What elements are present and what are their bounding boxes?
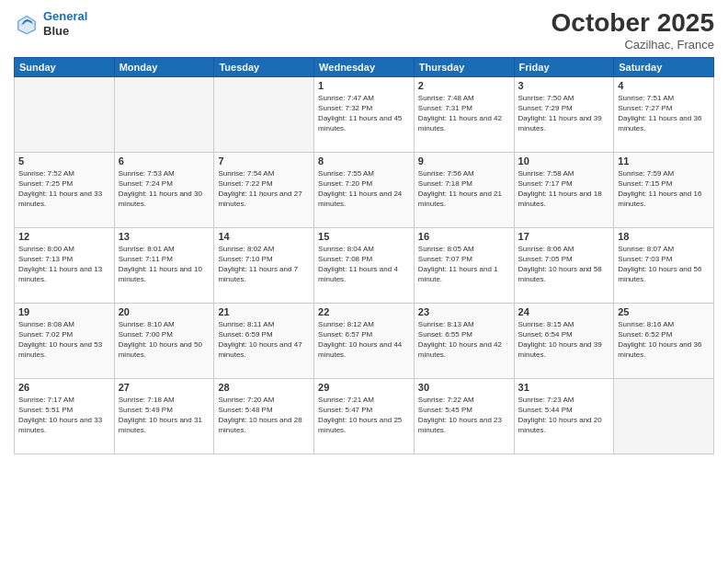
day-number: 31 — [518, 382, 610, 393]
calendar-cell: 22Sunrise: 8:12 AM Sunset: 6:57 PM Dayli… — [314, 303, 415, 378]
day-header-thursday: Thursday — [414, 57, 514, 76]
day-info: Sunrise: 7:52 AM Sunset: 7:25 PM Dayligh… — [18, 168, 110, 210]
day-info: Sunrise: 8:15 AM Sunset: 6:54 PM Dayligh… — [518, 319, 610, 361]
day-info: Sunrise: 8:08 AM Sunset: 7:02 PM Dayligh… — [18, 319, 110, 361]
calendar-cell: 13Sunrise: 8:01 AM Sunset: 7:11 PM Dayli… — [114, 227, 214, 303]
day-info: Sunrise: 8:06 AM Sunset: 7:05 PM Dayligh… — [518, 244, 610, 285]
day-number: 17 — [518, 231, 610, 242]
day-number: 14 — [218, 231, 310, 242]
day-number: 25 — [618, 306, 710, 317]
day-info: Sunrise: 8:00 AM Sunset: 7:13 PM Dayligh… — [18, 244, 110, 285]
calendar-header-row: SundayMondayTuesdayWednesdayThursdayFrid… — [15, 57, 714, 76]
day-number: 8 — [318, 155, 410, 167]
day-info: Sunrise: 7:48 AM Sunset: 7:31 PM Dayligh… — [418, 93, 510, 134]
day-number: 23 — [418, 306, 510, 317]
calendar-cell: 29Sunrise: 7:21 AM Sunset: 5:47 PM Dayli… — [314, 378, 415, 454]
day-header-monday: Monday — [114, 57, 214, 76]
day-number: 26 — [18, 382, 110, 393]
calendar-cell: 18Sunrise: 8:07 AM Sunset: 7:03 PM Dayli… — [614, 227, 714, 303]
calendar-cell — [15, 76, 115, 152]
calendar-body: 1Sunrise: 7:47 AM Sunset: 7:32 PM Daylig… — [15, 76, 714, 454]
week-row-3: 12Sunrise: 8:00 AM Sunset: 7:13 PM Dayli… — [15, 227, 714, 303]
logo-text: General Blue — [43, 9, 87, 38]
day-info: Sunrise: 7:51 AM Sunset: 7:27 PM Dayligh… — [618, 93, 710, 134]
day-info: Sunrise: 7:23 AM Sunset: 5:44 PM Dayligh… — [518, 395, 610, 436]
calendar-cell: 10Sunrise: 7:58 AM Sunset: 7:17 PM Dayli… — [514, 152, 614, 227]
day-info: Sunrise: 8:10 AM Sunset: 7:00 PM Dayligh… — [119, 319, 210, 361]
day-info: Sunrise: 7:50 AM Sunset: 7:29 PM Dayligh… — [518, 93, 610, 134]
day-info: Sunrise: 7:47 AM Sunset: 7:32 PM Dayligh… — [318, 93, 410, 134]
calendar-cell: 6Sunrise: 7:53 AM Sunset: 7:24 PM Daylig… — [114, 152, 214, 227]
calendar-cell: 15Sunrise: 8:04 AM Sunset: 7:08 PM Dayli… — [314, 227, 415, 303]
svg-marker-0 — [17, 14, 37, 35]
day-info: Sunrise: 8:04 AM Sunset: 7:08 PM Dayligh… — [318, 244, 410, 285]
day-number: 5 — [18, 155, 110, 167]
calendar-cell: 12Sunrise: 8:00 AM Sunset: 7:13 PM Dayli… — [15, 227, 115, 303]
day-info: Sunrise: 7:53 AM Sunset: 7:24 PM Dayligh… — [119, 168, 210, 210]
title-block: October 2025 Cazilhac, France — [552, 9, 714, 52]
day-number: 18 — [618, 231, 710, 242]
day-header-wednesday: Wednesday — [314, 57, 415, 76]
logo-icon — [14, 11, 40, 37]
day-number: 21 — [218, 306, 310, 317]
day-number: 9 — [418, 155, 510, 167]
calendar-cell: 14Sunrise: 8:02 AM Sunset: 7:10 PM Dayli… — [214, 227, 314, 303]
day-number: 7 — [218, 155, 310, 167]
calendar-cell: 4Sunrise: 7:51 AM Sunset: 7:27 PM Daylig… — [614, 76, 714, 152]
calendar-cell: 1Sunrise: 7:47 AM Sunset: 7:32 PM Daylig… — [314, 76, 415, 152]
calendar-cell: 16Sunrise: 8:05 AM Sunset: 7:07 PM Dayli… — [414, 227, 514, 303]
calendar-cell: 31Sunrise: 7:23 AM Sunset: 5:44 PM Dayli… — [514, 378, 614, 454]
day-number: 28 — [218, 382, 310, 393]
week-row-4: 19Sunrise: 8:08 AM Sunset: 7:02 PM Dayli… — [15, 303, 714, 378]
day-info: Sunrise: 8:05 AM Sunset: 7:07 PM Dayligh… — [418, 244, 510, 285]
day-info: Sunrise: 7:20 AM Sunset: 5:48 PM Dayligh… — [218, 395, 310, 436]
day-info: Sunrise: 7:56 AM Sunset: 7:18 PM Dayligh… — [418, 168, 510, 210]
day-info: Sunrise: 7:18 AM Sunset: 5:49 PM Dayligh… — [119, 395, 210, 436]
calendar-cell: 7Sunrise: 7:54 AM Sunset: 7:22 PM Daylig… — [214, 152, 314, 227]
calendar-cell — [114, 76, 214, 152]
day-number: 4 — [618, 80, 710, 91]
calendar-cell: 20Sunrise: 8:10 AM Sunset: 7:00 PM Dayli… — [114, 303, 214, 378]
day-number: 24 — [518, 306, 610, 317]
calendar-cell: 8Sunrise: 7:55 AM Sunset: 7:20 PM Daylig… — [314, 152, 415, 227]
day-number: 19 — [18, 306, 110, 317]
logo: General Blue — [14, 9, 87, 38]
calendar-cell: 17Sunrise: 8:06 AM Sunset: 7:05 PM Dayli… — [514, 227, 614, 303]
calendar-cell: 23Sunrise: 8:13 AM Sunset: 6:55 PM Dayli… — [414, 303, 514, 378]
day-info: Sunrise: 7:17 AM Sunset: 5:51 PM Dayligh… — [18, 395, 110, 436]
logo-line1: General — [43, 9, 87, 23]
calendar-cell: 2Sunrise: 7:48 AM Sunset: 7:31 PM Daylig… — [414, 76, 514, 152]
calendar-cell: 28Sunrise: 7:20 AM Sunset: 5:48 PM Dayli… — [214, 378, 314, 454]
calendar-cell — [214, 76, 314, 152]
calendar-cell — [614, 378, 714, 454]
day-info: Sunrise: 7:21 AM Sunset: 5:47 PM Dayligh… — [318, 395, 410, 436]
day-number: 1 — [318, 80, 410, 91]
calendar-cell: 11Sunrise: 7:59 AM Sunset: 7:15 PM Dayli… — [614, 152, 714, 227]
week-row-1: 1Sunrise: 7:47 AM Sunset: 7:32 PM Daylig… — [15, 76, 714, 152]
day-number: 11 — [618, 155, 710, 167]
header: General Blue October 2025 Cazilhac, Fran… — [14, 9, 714, 52]
day-header-tuesday: Tuesday — [214, 57, 314, 76]
logo-line2: Blue — [43, 24, 87, 39]
day-info: Sunrise: 8:07 AM Sunset: 7:03 PM Dayligh… — [618, 244, 710, 285]
week-row-2: 5Sunrise: 7:52 AM Sunset: 7:25 PM Daylig… — [15, 152, 714, 227]
day-number: 29 — [318, 382, 410, 393]
calendar-cell: 19Sunrise: 8:08 AM Sunset: 7:02 PM Dayli… — [15, 303, 115, 378]
day-number: 10 — [518, 155, 610, 167]
calendar: SundayMondayTuesdayWednesdayThursdayFrid… — [14, 57, 714, 454]
day-number: 22 — [318, 306, 410, 317]
day-number: 12 — [18, 231, 110, 242]
week-row-5: 26Sunrise: 7:17 AM Sunset: 5:51 PM Dayli… — [15, 378, 714, 454]
day-number: 15 — [318, 231, 410, 242]
day-info: Sunrise: 8:01 AM Sunset: 7:11 PM Dayligh… — [119, 244, 210, 285]
calendar-cell: 25Sunrise: 8:16 AM Sunset: 6:52 PM Dayli… — [614, 303, 714, 378]
day-header-friday: Friday — [514, 57, 614, 76]
page: General Blue October 2025 Cazilhac, Fran… — [0, 0, 728, 563]
day-info: Sunrise: 8:12 AM Sunset: 6:57 PM Dayligh… — [318, 319, 410, 361]
day-number: 2 — [418, 80, 510, 91]
calendar-cell: 30Sunrise: 7:22 AM Sunset: 5:45 PM Dayli… — [414, 378, 514, 454]
day-number: 3 — [518, 80, 610, 91]
day-number: 6 — [119, 155, 210, 167]
day-header-saturday: Saturday — [614, 57, 714, 76]
day-info: Sunrise: 7:59 AM Sunset: 7:15 PM Dayligh… — [618, 168, 710, 210]
